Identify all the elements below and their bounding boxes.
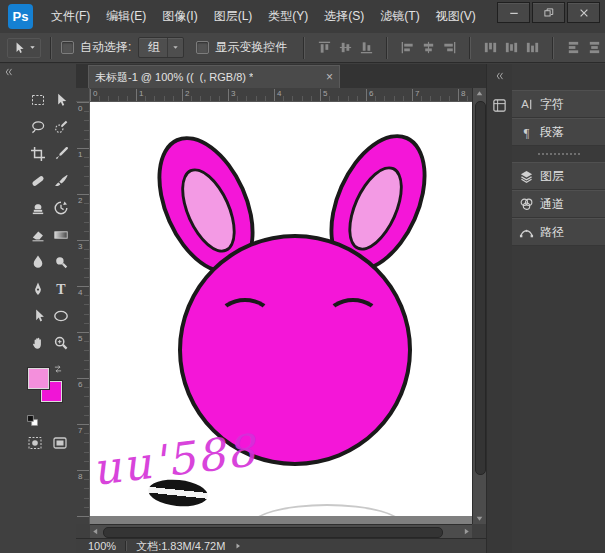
minimize-button[interactable] — [497, 2, 530, 23]
pen-tool[interactable] — [26, 275, 49, 302]
align-icons-group — [314, 37, 605, 59]
document-tab[interactable]: 未标题-1 @ 100% (( (, RGB/8) * × — [88, 65, 340, 88]
show-transform-label: 显示变换控件 — [215, 39, 287, 56]
panel-item-paths[interactable]: 路径 — [512, 218, 605, 246]
svg-text:T: T — [56, 282, 66, 297]
hand-tool[interactable] — [26, 329, 49, 356]
restore-button[interactable] — [532, 2, 565, 23]
svg-text:¶: ¶ — [523, 125, 529, 139]
collapse-dock-icon[interactable] — [487, 68, 512, 84]
path-selection-tool[interactable] — [26, 302, 49, 329]
dodge-tool[interactable] — [49, 248, 72, 275]
separator — [125, 541, 127, 551]
spot-healing-tool[interactable] — [26, 167, 49, 194]
eyedropper-tool[interactable] — [49, 140, 72, 167]
type-tool[interactable]: T — [49, 275, 72, 302]
distribute-horizontal-centers-icon[interactable] — [585, 38, 604, 57]
lasso-tool[interactable] — [26, 113, 49, 140]
align-right-edges-icon[interactable] — [440, 38, 459, 57]
crop-tool[interactable] — [26, 140, 49, 167]
zoom-tool[interactable] — [49, 329, 72, 356]
align-bottom-edges-icon[interactable] — [357, 38, 376, 57]
canvas[interactable]: uu'588 — [90, 102, 472, 516]
dropdown-caret-icon — [167, 38, 179, 57]
default-colors-icon[interactable] — [26, 414, 39, 427]
show-transform-checkbox[interactable] — [196, 41, 209, 54]
eraser-tool[interactable] — [26, 221, 49, 248]
swap-colors-icon[interactable] — [53, 364, 63, 374]
ruler-number: 2 — [78, 197, 82, 205]
quick-mask-icon[interactable] — [27, 435, 43, 451]
zoom-level-field[interactable]: 100% — [88, 540, 116, 552]
panel-item-label: 路径 — [540, 224, 564, 241]
separator — [303, 37, 305, 59]
brush-tool[interactable] — [49, 167, 72, 194]
panel-item-label: 段落 — [540, 124, 564, 141]
ruler-number: 2 — [185, 90, 189, 98]
align-left-edges-icon[interactable] — [398, 38, 417, 57]
distribute-bottom-edges-icon[interactable] — [523, 38, 542, 57]
screen-mode-icon[interactable] — [52, 435, 68, 451]
status-flyout-icon[interactable] — [234, 542, 242, 550]
tab-title: 未标题-1 @ 100% (( — [95, 70, 194, 85]
distribute-vertical-centers-icon[interactable] — [502, 38, 521, 57]
auto-select-target-dropdown[interactable]: 组 — [138, 37, 184, 58]
horizontal-scrollbar[interactable] — [90, 524, 472, 538]
panel-drag-grip[interactable] — [538, 153, 580, 155]
distribute-left-edges-icon[interactable] — [564, 38, 583, 57]
ruler-number: 1 — [139, 90, 143, 98]
panel-item-layers[interactable]: 图层 — [512, 162, 605, 190]
ruler-number: 4 — [277, 90, 281, 98]
ruler-number: 1 — [78, 151, 82, 159]
menu-item-5[interactable]: 类型(Y) — [260, 0, 316, 33]
clone-stamp-tool[interactable] — [26, 194, 49, 221]
vertical-scroll-thumb[interactable] — [475, 101, 486, 475]
menu-item-8[interactable]: 视图(V) — [428, 0, 484, 33]
blur-tool[interactable] — [26, 248, 49, 275]
scroll-up-icon[interactable] — [475, 89, 484, 98]
ruler-number: 5 — [78, 335, 82, 343]
menu-item-4[interactable]: 图层(L) — [206, 0, 261, 33]
scroll-right-icon[interactable] — [462, 527, 471, 536]
watermark: uu'588 — [90, 424, 259, 495]
scroll-down-icon[interactable] — [475, 514, 484, 523]
ellipse-shape-tool[interactable] — [49, 302, 72, 329]
close-icon — [578, 7, 590, 19]
align-vertical-centers-icon[interactable] — [336, 38, 355, 57]
menu-item-7[interactable]: 滤镜(T) — [372, 0, 427, 33]
foreground-color-swatch[interactable] — [28, 368, 49, 389]
scroll-corner — [472, 524, 486, 538]
ruler-number: 3 — [78, 243, 82, 251]
quick-selection-tool[interactable] — [49, 113, 72, 140]
gradient-tool[interactable] — [49, 221, 72, 248]
ruler-number: 0 — [93, 90, 97, 98]
close-button[interactable] — [567, 2, 600, 23]
horizontal-scroll-thumb[interactable] — [103, 527, 443, 538]
collapsed-panel-icon[interactable] — [491, 96, 509, 114]
collapsed-dock-strip — [486, 64, 512, 553]
tab-close-icon[interactable]: × — [326, 71, 333, 83]
svg-text:A: A — [521, 98, 529, 110]
rectangular-marquee-tool[interactable] — [26, 86, 49, 113]
scroll-left-icon[interactable] — [91, 527, 100, 536]
align-horizontal-centers-icon[interactable] — [419, 38, 438, 57]
menu-item-1[interactable]: 文件(F) — [43, 0, 98, 33]
history-brush-tool[interactable] — [49, 194, 72, 221]
distribute-top-edges-icon[interactable] — [481, 38, 500, 57]
options-bar: 自动选择: 组 显示变换控件 — [0, 33, 605, 63]
menu-item-3[interactable]: 图像(I) — [154, 0, 205, 33]
tool-preset-dropdown[interactable] — [7, 38, 41, 58]
panel-item-character[interactable]: A字符 — [512, 90, 605, 118]
auto-select-checkbox[interactable] — [61, 41, 74, 54]
align-top-edges-icon[interactable] — [315, 38, 334, 57]
document-area: 未标题-1 @ 100% (( (, RGB/8) * × 012345678 … — [76, 64, 486, 553]
panel-item-channels[interactable]: 通道 — [512, 190, 605, 218]
separator — [386, 37, 388, 59]
panel-item-label: 图层 — [540, 168, 564, 185]
vertical-scrollbar[interactable] — [472, 88, 486, 524]
menu-item-2[interactable]: 编辑(E) — [98, 0, 154, 33]
collapse-tools-icon[interactable] — [0, 64, 76, 80]
panel-item-paragraph[interactable]: ¶段落 — [512, 118, 605, 146]
menu-item-6[interactable]: 选择(S) — [316, 0, 372, 33]
move-tool[interactable] — [49, 86, 72, 113]
